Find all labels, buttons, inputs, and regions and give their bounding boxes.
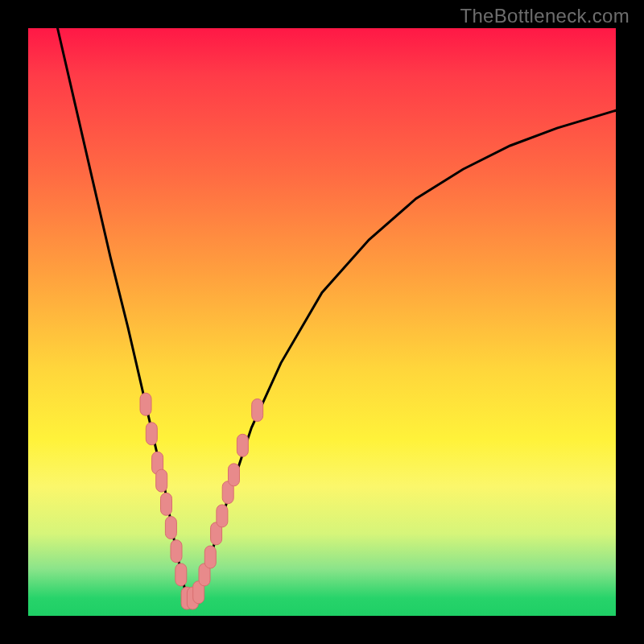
curve-marker <box>161 493 172 515</box>
curve-marker <box>237 434 248 456</box>
curve-marker <box>146 423 157 445</box>
watermark-text: TheBottleneck.com <box>460 5 630 27</box>
chart-frame: TheBottleneck.com <box>0 0 644 644</box>
bottleneck-curve <box>58 28 617 598</box>
bottleneck-curve-path <box>58 28 617 598</box>
curve-marker <box>217 505 228 527</box>
curve-marker <box>171 540 182 563</box>
curve-marker <box>229 464 240 486</box>
curve-marker <box>140 393 151 415</box>
curve-marker <box>204 546 216 568</box>
curve-marker <box>175 564 187 586</box>
chart-overlay <box>28 28 616 616</box>
curve-markers <box>140 393 263 609</box>
curve-marker <box>156 469 167 492</box>
curve-marker <box>252 399 263 422</box>
curve-marker <box>165 517 176 539</box>
